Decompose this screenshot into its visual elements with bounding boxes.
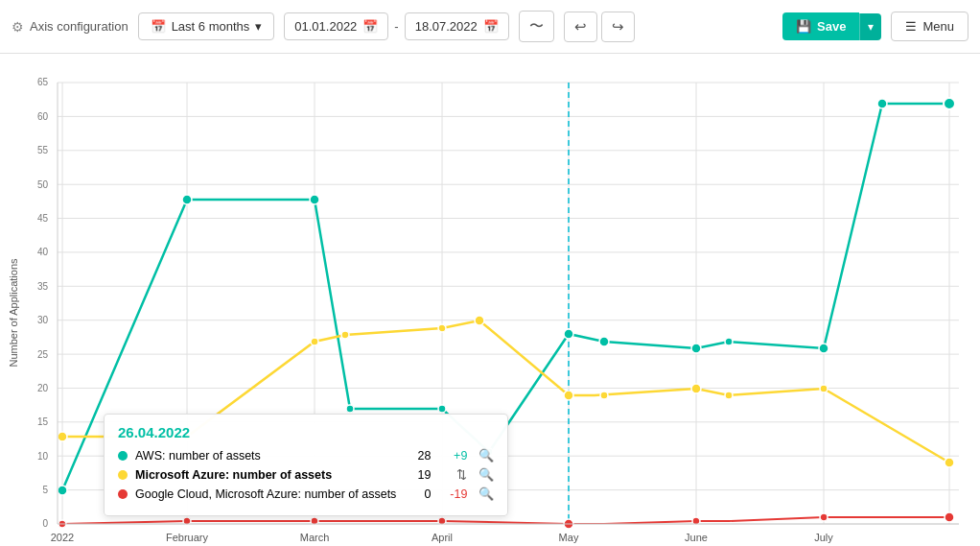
tooltip-value-gcloud: 0 — [404, 487, 431, 501]
svg-text:April: April — [432, 532, 453, 543]
svg-point-62 — [438, 324, 446, 332]
svg-point-54 — [725, 338, 733, 345]
svg-point-66 — [691, 384, 701, 393]
tooltip-dot-aws — [118, 451, 128, 461]
date-separator: - — [394, 19, 398, 34]
period-button[interactable]: 📅 Last 6 months ▾ — [138, 12, 275, 40]
svg-point-65 — [600, 392, 608, 399]
svg-point-76 — [820, 513, 828, 521]
y-axis-label: Number of Applications — [8, 258, 19, 368]
svg-text:15: 15 — [37, 416, 49, 427]
svg-text:0: 0 — [42, 518, 48, 529]
line-chart-button[interactable]: 〜 — [519, 11, 554, 42]
chart-area: Number of Applications 0 5 10 15 20 25 3… — [0, 54, 980, 546]
search-icon-azure[interactable]: 🔍 — [478, 467, 494, 482]
svg-point-58 — [58, 432, 67, 441]
undo-icon: ↩ — [574, 18, 587, 36]
tooltip-date: 26.04.2022 — [118, 424, 494, 440]
svg-point-64 — [564, 391, 573, 400]
period-label: Last 6 months — [172, 19, 250, 34]
toolbar: ⚙ Axis configuration 📅 Last 6 months ▾ 0… — [0, 0, 980, 54]
gear-icon: ⚙ — [12, 19, 24, 35]
date-start-button[interactable]: 01.01.2022 📅 — [284, 12, 388, 40]
svg-text:5: 5 — [42, 485, 48, 495]
tooltip-value-azure: 19 — [404, 468, 431, 482]
axis-config-label: Axis configuration — [30, 19, 128, 34]
svg-text:30: 30 — [37, 315, 49, 325]
tooltip-label-gcloud: Google Cloud, Microsoft Azure: number of… — [135, 487, 396, 501]
svg-point-46 — [182, 195, 192, 204]
svg-text:65: 65 — [37, 77, 49, 87]
svg-text:2022: 2022 — [51, 532, 74, 543]
svg-point-63 — [475, 316, 484, 325]
save-group: 💾 Save ▾ — [782, 12, 881, 40]
svg-text:February: February — [166, 532, 209, 543]
svg-text:60: 60 — [37, 111, 49, 122]
save-icon: 💾 — [796, 19, 811, 34]
redo-button[interactable]: ↪ — [601, 12, 635, 42]
svg-point-45 — [58, 486, 67, 495]
tooltip-label-aws: AWS: number of assets — [135, 449, 396, 463]
svg-point-53 — [691, 344, 701, 353]
svg-point-77 — [945, 512, 954, 522]
tooltip-delta-aws: +9 — [438, 449, 467, 463]
line-chart-icon: 〜 — [529, 17, 544, 36]
svg-text:25: 25 — [37, 349, 49, 360]
search-icon-gcloud[interactable]: 🔍 — [478, 487, 494, 501]
svg-point-49 — [438, 405, 446, 413]
svg-text:50: 50 — [37, 179, 49, 190]
axis-config-section: ⚙ Axis configuration — [12, 19, 128, 35]
tooltip-label-azure: Microsoft Azure: number of assets — [135, 468, 396, 482]
tooltip-row-aws: AWS: number of assets 28 +9 🔍 — [118, 448, 494, 463]
menu-icon: ☰ — [905, 19, 917, 34]
svg-text:35: 35 — [37, 281, 49, 292]
save-label: Save — [817, 19, 846, 34]
svg-point-67 — [725, 392, 733, 399]
menu-button[interactable]: ☰ Menu — [891, 12, 968, 41]
svg-text:55: 55 — [37, 145, 49, 155]
chevron-down-icon: ▾ — [255, 19, 262, 34]
tooltip: 26.04.2022 AWS: number of assets 28 +9 🔍… — [104, 414, 508, 516]
svg-text:March: March — [300, 532, 330, 543]
tooltip-delta-azure: ⇅ — [438, 467, 467, 482]
svg-point-60 — [311, 338, 318, 345]
undo-button[interactable]: ↩ — [564, 12, 597, 42]
svg-text:May: May — [559, 532, 579, 543]
chevron-down-icon: ▾ — [868, 20, 874, 34]
svg-point-61 — [341, 331, 349, 339]
redo-icon: ↪ — [612, 18, 624, 36]
svg-text:20: 20 — [37, 383, 49, 393]
svg-text:45: 45 — [37, 213, 49, 224]
svg-text:June: June — [685, 532, 708, 543]
svg-point-55 — [819, 344, 828, 353]
svg-text:July: July — [814, 532, 833, 543]
svg-point-51 — [564, 329, 573, 339]
date-range: 01.01.2022 📅 - 18.07.2022 📅 — [284, 12, 509, 40]
svg-text:40: 40 — [37, 247, 49, 257]
svg-point-52 — [599, 337, 609, 346]
save-button[interactable]: 💾 Save — [782, 12, 859, 40]
tooltip-dot-azure — [118, 470, 128, 480]
date-start-value: 01.01.2022 — [294, 19, 357, 34]
svg-point-47 — [310, 195, 319, 204]
date-end-value: 18.07.2022 — [415, 19, 478, 34]
calendar-icon: 📅 — [151, 19, 166, 34]
svg-text:10: 10 — [37, 451, 49, 462]
tooltip-row-azure: Microsoft Azure: number of assets 19 ⇅ 🔍 — [118, 467, 494, 482]
calendar-icon-end: 📅 — [483, 19, 499, 34]
svg-point-57 — [944, 98, 955, 109]
undo-redo-group: ↩ ↪ — [564, 12, 635, 42]
menu-label: Menu — [922, 19, 954, 34]
calendar-icon-start: 📅 — [362, 19, 378, 34]
svg-point-56 — [877, 99, 887, 108]
tooltip-delta-gcloud: -19 — [438, 487, 467, 501]
tooltip-row-gcloud: Google Cloud, Microsoft Azure: number of… — [118, 487, 494, 501]
svg-point-69 — [945, 458, 954, 467]
svg-point-48 — [346, 405, 354, 413]
search-icon-aws[interactable]: 🔍 — [478, 448, 494, 463]
tooltip-dot-gcloud — [118, 489, 128, 499]
date-end-button[interactable]: 18.07.2022 📅 — [405, 12, 509, 40]
svg-point-68 — [820, 385, 828, 392]
save-dropdown-button[interactable]: ▾ — [859, 13, 881, 40]
tooltip-value-aws: 28 — [404, 449, 431, 463]
